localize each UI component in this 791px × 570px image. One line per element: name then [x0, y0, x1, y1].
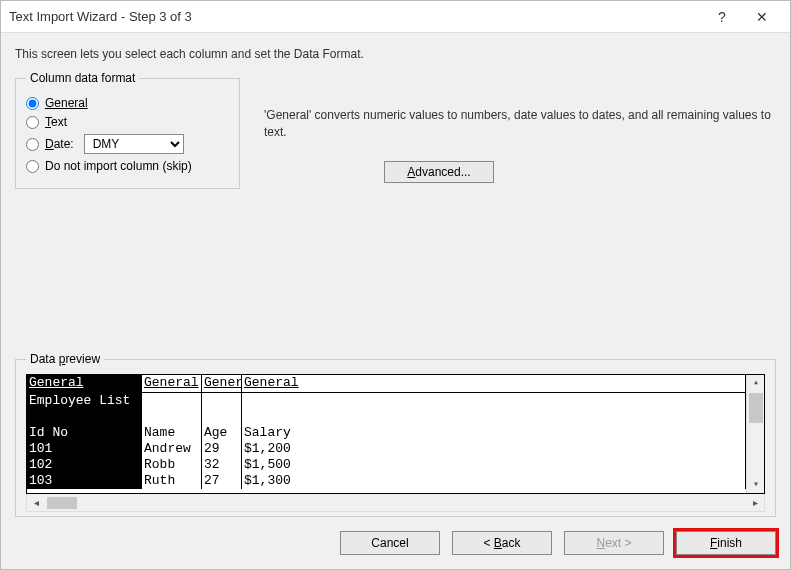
window-title: Text Import Wizard - Step 3 of 3	[9, 9, 702, 24]
advanced-button[interactable]: Advanced...	[384, 161, 494, 183]
close-button[interactable]: ✕	[742, 9, 782, 25]
finish-button[interactable]: Finish	[676, 531, 776, 555]
format-row: Column data format General Text Date: DM…	[15, 71, 776, 189]
scroll-left-icon[interactable]: ◂	[27, 497, 45, 508]
cancel-button[interactable]: Cancel	[340, 531, 440, 555]
scroll-up-icon[interactable]: ▴	[747, 375, 765, 391]
table-row: 101 Andrew 29 $1,200	[27, 441, 746, 457]
radio-text-row[interactable]: Text	[26, 115, 229, 129]
column-data-format-group: Column data format General Text Date: DM…	[15, 71, 240, 189]
cell: $1,200	[242, 441, 746, 457]
preview-legend: Data preview	[26, 352, 104, 366]
cell: Id No	[27, 425, 142, 441]
cell: Name	[142, 425, 202, 441]
column-format-legend: Column data format	[26, 71, 139, 85]
cell	[202, 393, 242, 409]
help-button[interactable]: ?	[702, 9, 742, 25]
cell: $1,300	[242, 473, 746, 489]
cell: 32	[202, 457, 242, 473]
next-button: Next >	[564, 531, 664, 555]
col-header-1[interactable]: General	[142, 375, 202, 393]
data-preview-group: Data preview General General Gener Gener…	[15, 352, 776, 517]
table-row: 103 Ruth 27 $1,300	[27, 473, 746, 489]
col-header-0[interactable]: General	[27, 375, 142, 393]
table-row: Id No Name Age Salary	[27, 425, 746, 441]
cell	[242, 393, 746, 409]
cell: 27	[202, 473, 242, 489]
content-area: This screen lets you select each column …	[1, 33, 790, 521]
cell: Age	[202, 425, 242, 441]
col-header-2[interactable]: Gener	[202, 375, 242, 393]
preview-wrap: Data preview General General Gener Gener…	[15, 352, 776, 517]
scroll-down-icon[interactable]: ▾	[747, 477, 765, 493]
titlebar: Text Import Wizard - Step 3 of 3 ? ✕	[1, 1, 790, 33]
horizontal-scrollbar[interactable]: ◂ ▸	[26, 494, 765, 512]
wizard-window: Text Import Wizard - Step 3 of 3 ? ✕ Thi…	[0, 0, 791, 570]
radio-skip-label: Do not import column (skip)	[45, 159, 192, 173]
radio-general-label: General	[45, 96, 88, 110]
table-row: Employee List	[27, 393, 746, 409]
grid-header-row: General General Gener General	[27, 375, 746, 393]
cell: 102	[27, 457, 142, 473]
radio-skip-row[interactable]: Do not import column (skip)	[26, 159, 229, 173]
radio-general[interactable]	[26, 97, 39, 110]
cell: Employee List	[27, 393, 142, 409]
cell	[27, 409, 142, 425]
radio-text-label: Text	[45, 115, 67, 129]
col-header-3[interactable]: General	[242, 375, 746, 393]
radio-date-label: Date:	[45, 137, 74, 151]
cell	[202, 409, 242, 425]
footer-buttons: Cancel < Back Next > Finish	[1, 521, 790, 569]
radio-skip[interactable]	[26, 160, 39, 173]
radio-date-row[interactable]: Date: DMY	[26, 134, 229, 154]
date-format-select[interactable]: DMY	[84, 134, 184, 154]
cell	[242, 409, 746, 425]
instruction-text: This screen lets you select each column …	[15, 47, 776, 61]
table-row	[27, 409, 746, 425]
scroll-thumb[interactable]	[749, 393, 763, 423]
cell: Salary	[242, 425, 746, 441]
cell: 29	[202, 441, 242, 457]
cell	[142, 393, 202, 409]
cell: Robb	[142, 457, 202, 473]
cell: 103	[27, 473, 142, 489]
cell: $1,500	[242, 457, 746, 473]
scroll-right-icon[interactable]: ▸	[746, 497, 764, 508]
preview-grid[interactable]: General General Gener General Employee L…	[26, 374, 765, 494]
scroll-thumb-h[interactable]	[47, 497, 77, 509]
cell: Andrew	[142, 441, 202, 457]
radio-date[interactable]	[26, 138, 39, 151]
cell	[142, 409, 202, 425]
vertical-scrollbar[interactable]: ▴ ▾	[746, 375, 764, 493]
description-area: 'General' converts numeric values to num…	[264, 71, 776, 183]
cell: 101	[27, 441, 142, 457]
cell: Ruth	[142, 473, 202, 489]
format-description: 'General' converts numeric values to num…	[264, 107, 776, 141]
spacer	[15, 189, 776, 348]
grid-body: General General Gener General Employee L…	[27, 375, 746, 493]
radio-text[interactable]	[26, 116, 39, 129]
table-row: 102 Robb 32 $1,500	[27, 457, 746, 473]
back-button[interactable]: < Back	[452, 531, 552, 555]
radio-general-row[interactable]: General	[26, 96, 229, 110]
